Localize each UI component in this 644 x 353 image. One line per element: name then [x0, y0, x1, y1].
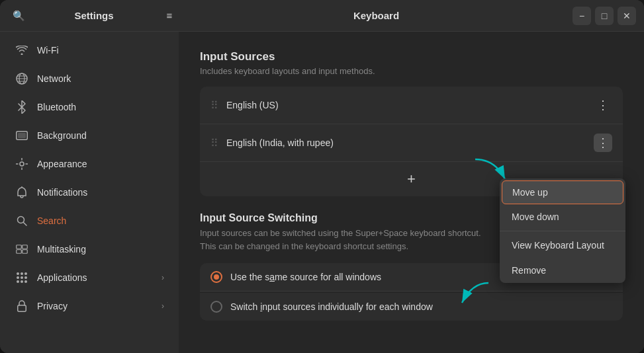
svg-rect-15: [23, 245, 28, 249]
maximize-button[interactable]: □: [595, 7, 614, 25]
same-source-radio[interactable]: [210, 271, 222, 283]
english-india-row: ⠿ English (India, with rupee) ⋮: [200, 124, 623, 162]
svg-point-19: [21, 272, 23, 275]
context-view-keyboard-layout[interactable]: View Keyboard Layout: [500, 233, 625, 258]
menu-button[interactable]: ≡: [159, 5, 180, 26]
svg-rect-16: [17, 250, 22, 254]
individual-source-label: Switch input sources individually for ea…: [230, 301, 433, 312]
svg-rect-17: [23, 250, 28, 254]
svg-rect-27: [18, 305, 26, 312]
maximize-icon: □: [602, 11, 607, 21]
sidebar-item-privacy[interactable]: Privacy ›: [4, 292, 175, 320]
sidebar-item-label: Wi-Fi: [37, 45, 164, 56]
sidebar-item-label: Multitasking: [37, 244, 164, 255]
context-menu: Move up Move down View Keyboard Layout R…: [500, 178, 625, 283]
svg-point-25: [21, 280, 23, 283]
sidebar-item-background[interactable]: Background: [4, 122, 175, 149]
applications-icon: [15, 270, 29, 285]
svg-point-18: [17, 272, 19, 275]
svg-rect-14: [17, 245, 22, 249]
context-move-down[interactable]: Move down: [500, 204, 625, 229]
bluetooth-icon: [15, 100, 29, 114]
minimize-icon: −: [579, 11, 584, 21]
window-title: Keyboard: [180, 10, 573, 21]
multitasking-icon: [15, 242, 29, 256]
sidebar-item-appearance[interactable]: Appearance: [4, 150, 175, 178]
sidebar-item-label: Appearance: [37, 159, 164, 169]
svg-point-22: [21, 276, 23, 279]
main-layout: Wi-Fi Network: [0, 32, 644, 353]
applications-chevron-icon: ›: [161, 273, 164, 282]
drag-handle-india-icon[interactable]: ⠿: [210, 137, 218, 149]
svg-rect-6: [18, 133, 26, 138]
sidebar-item-notifications[interactable]: Notifications: [4, 178, 175, 206]
close-icon: ✕: [623, 11, 631, 21]
context-remove[interactable]: Remove: [500, 258, 625, 283]
individual-source-radio[interactable]: [210, 301, 222, 313]
network-icon: [15, 71, 29, 86]
svg-point-21: [17, 276, 19, 279]
svg-point-24: [17, 280, 19, 283]
english-india-label: English (India, with rupee): [226, 137, 594, 148]
svg-point-26: [24, 280, 27, 283]
minimize-button[interactable]: −: [573, 7, 591, 25]
background-icon: [15, 128, 29, 143]
svg-point-7: [20, 162, 24, 166]
sidebar-item-label: Search: [37, 216, 164, 226]
add-input-button[interactable]: +: [401, 169, 422, 190]
privacy-chevron-icon: ›: [161, 301, 164, 311]
sidebar: Wi-Fi Network: [0, 32, 179, 353]
app-window: 🔍 Settings ≡ Keyboard − □ ✕: [0, 0, 644, 353]
close-button[interactable]: ✕: [618, 7, 636, 25]
menu-icon: ≡: [167, 10, 173, 21]
sidebar-title: Settings: [34, 10, 154, 21]
sidebar-item-multitasking[interactable]: Multitasking: [4, 235, 175, 263]
svg-line-13: [24, 223, 27, 226]
same-source-label: Use the same source for all windows: [230, 272, 381, 282]
sidebar-item-network[interactable]: Network: [4, 65, 175, 93]
context-move-up[interactable]: Move up: [502, 180, 623, 204]
sidebar-item-search[interactable]: Search: [4, 207, 175, 235]
individual-source-row[interactable]: Switch input sources individually for ea…: [200, 293, 623, 321]
sidebar-item-label: Bluetooth: [37, 102, 164, 112]
sidebar-item-label: Network: [37, 73, 164, 84]
wifi-icon: [15, 43, 29, 58]
svg-point-20: [24, 272, 27, 275]
sidebar-item-wifi[interactable]: Wi-Fi: [4, 36, 175, 64]
appearance-icon: [15, 157, 29, 171]
search-icon: 🔍: [13, 10, 25, 22]
context-divider: [500, 231, 625, 231]
sidebar-item-label: Notifications: [37, 187, 164, 198]
privacy-icon: [15, 299, 29, 313]
content-area: Input Sources Includes keyboard layouts …: [179, 32, 644, 353]
english-us-label: English (US): [226, 100, 594, 110]
input-sources-subtitle: Includes keyboard layouts and input meth…: [200, 66, 623, 76]
sidebar-item-bluetooth[interactable]: Bluetooth: [4, 93, 175, 121]
sidebar-item-applications[interactable]: Applications ›: [4, 264, 175, 292]
titlebar-left: 🔍 Settings ≡: [8, 5, 180, 26]
window-controls: − □ ✕: [573, 7, 636, 25]
english-us-row: ⠿ English (US) ⋮: [200, 87, 623, 124]
english-india-more-button[interactable]: ⋮: [594, 134, 612, 152]
input-sources-title: Input Sources: [200, 50, 623, 63]
svg-point-23: [24, 276, 27, 279]
sidebar-item-label: Background: [37, 130, 164, 141]
sidebar-item-label: Applications: [37, 272, 154, 283]
drag-handle-icon[interactable]: ⠿: [210, 99, 218, 112]
search-button[interactable]: 🔍: [8, 5, 29, 26]
sidebar-item-label: Privacy: [37, 301, 154, 311]
titlebar: 🔍 Settings ≡ Keyboard − □ ✕: [0, 0, 644, 32]
search-nav-icon: [15, 214, 29, 228]
notifications-icon: [15, 185, 29, 200]
english-us-more-button[interactable]: ⋮: [594, 96, 612, 114]
